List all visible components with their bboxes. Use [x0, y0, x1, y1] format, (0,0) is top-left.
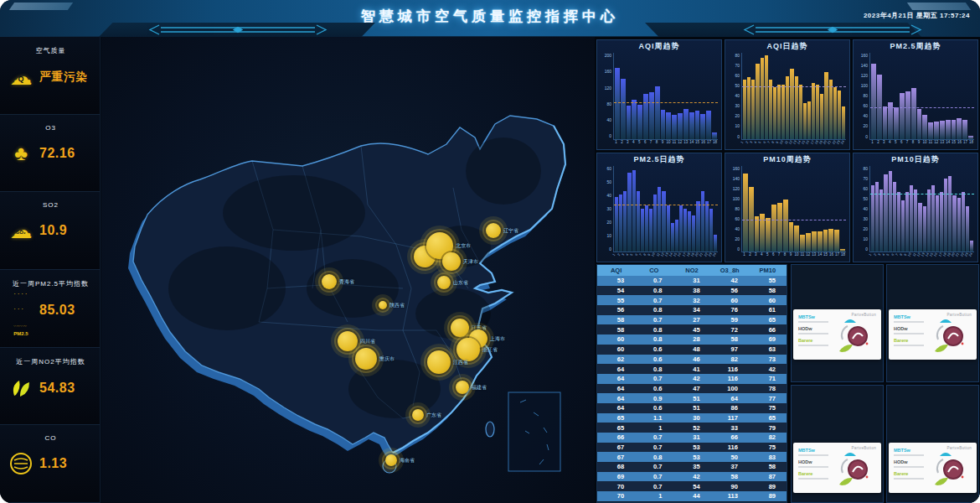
bar: [838, 91, 841, 139]
table-cell: 0.9: [635, 395, 673, 402]
bar: [766, 218, 771, 252]
bar: [773, 87, 776, 139]
map-bubble[interactable]: 天津市: [442, 252, 461, 271]
map-bubble[interactable]: 重庆市: [355, 348, 377, 370]
stat-label: 空气质量: [7, 46, 95, 55]
table-cell: 61: [749, 306, 787, 314]
cloud-so2-icon: ☁ SO₂: [7, 218, 35, 243]
widget-cell: PartveButtonMBTSwHODwBarere: [791, 385, 884, 503]
map-bubble[interactable]: 浙江省: [456, 338, 480, 361]
table-cell: 54: [673, 483, 710, 490]
chart-panel-pm25-week: PM2.5周趋势16014012010080604020012345678910…: [853, 39, 978, 150]
map-bubble-label: 广东省: [426, 412, 441, 419]
table-cell: 31: [673, 277, 710, 284]
bar: [917, 109, 922, 138]
card-metric-subtitle-bar: [894, 478, 924, 480]
bar: [683, 209, 687, 252]
leaf-icon: [935, 478, 948, 485]
table-cell: 58: [711, 473, 749, 480]
bar: [871, 64, 876, 139]
bar: [672, 115, 677, 138]
stat-card-pm25: 近一周PM2.5平均指数 ∙ ∙ ∙ ∙∙ ∙ ∙﹏﹏ PM2.5 85.03: [0, 270, 100, 348]
table-cell: 76: [711, 306, 749, 314]
card-metric-subtitle-bar: [798, 333, 828, 334]
table-cell: 77: [749, 395, 787, 402]
reference-line: [742, 220, 846, 220]
cloud-aqi-icon: ☁ Q: [7, 65, 35, 90]
bar: [812, 231, 817, 252]
bar: [897, 192, 900, 252]
map-bubble[interactable]: 山东省: [437, 276, 451, 289]
table-cell: 44: [673, 492, 710, 500]
bar: [623, 191, 627, 252]
bracket-ornament-right: [742, 24, 923, 35]
chart-title: PM10日趋势: [854, 153, 977, 165]
table-cell: 45: [673, 326, 710, 334]
table-cell: 71: [749, 375, 787, 382]
table-cell: 64: [597, 395, 635, 402]
stat-label: O3: [7, 124, 95, 132]
bracket-ornament-left: [147, 24, 328, 35]
leaf-icon: [839, 345, 853, 352]
table-row: 680.7353758: [597, 462, 787, 472]
bar: [812, 83, 815, 139]
map-bubble[interactable]: 福建省: [456, 381, 469, 394]
card-metric-subtitle-bar: [798, 454, 828, 456]
chart-title: PM2.5日趋势: [597, 153, 721, 165]
map-bubble[interactable]: 江西省: [427, 350, 451, 374]
map-bubble[interactable]: 江苏省: [451, 319, 469, 337]
bar: [946, 120, 951, 138]
bar: [771, 205, 776, 252]
map-bubble[interactable]: 海南省: [385, 454, 397, 466]
table-body: 530.7314255540.8385658550.7326060560.834…: [597, 276, 787, 501]
bar: [678, 113, 683, 139]
map-bubble[interactable]: 辽宁省: [486, 223, 501, 238]
x-axis: 123456789101112131415161718: [741, 252, 846, 261]
sidebar: 空气质量 ☁ Q 严重污染 O3 ♣ 72.16 SO2 ☁ SO₂: [0, 37, 101, 503]
weather-widget-card: PartveButtonMBTSwHODwBarere: [889, 443, 977, 493]
bar: [645, 205, 648, 252]
bar: [765, 55, 768, 139]
bar: [879, 189, 883, 252]
stat-value: 85.03: [39, 303, 75, 318]
table-cell: 60: [597, 335, 635, 343]
table-cell: 0.8: [635, 335, 673, 343]
table-cell: 68: [597, 463, 635, 470]
bar: [840, 249, 845, 252]
bar: [712, 132, 717, 139]
table-cell: 66: [597, 433, 635, 441]
table-row: 690.7425887: [597, 472, 787, 482]
bar: [789, 222, 794, 252]
card-metric-subtitle-bar: [894, 321, 924, 323]
table-cell: 64: [597, 375, 635, 382]
stat-card-no2: 近一周NO2平均指数 54.83: [0, 348, 100, 426]
table-cell: 65: [749, 414, 787, 422]
table-row: 640.9516477: [597, 393, 787, 403]
air-quality-table: AQICONO2O3_8hPM10 530.7314255540.8385658…: [596, 264, 787, 503]
table-cell: 65: [749, 316, 787, 324]
table-cell: 28: [673, 335, 710, 343]
table-cell: 47: [673, 385, 710, 392]
table-header-cell: NO2: [673, 265, 710, 276]
table-cell: 1: [635, 492, 673, 500]
bar: [910, 185, 913, 252]
table-cell: 65: [597, 424, 635, 432]
stat-card-so2: SO2 ☁ SO₂ 10.9: [0, 192, 100, 270]
table-cell: 50: [711, 454, 749, 461]
umbrella-icon: [940, 453, 952, 456]
bar: [818, 231, 823, 252]
table-header-row: AQICONO2O3_8hPM10: [597, 265, 787, 276]
map-bubble[interactable]: 四川省: [338, 331, 358, 351]
table-cell: 58: [711, 335, 749, 343]
card-metric-subtitle-bar: [894, 345, 924, 346]
bar: [828, 229, 833, 252]
table-cell: 0.7: [635, 433, 673, 441]
map-bubble[interactable]: 陕西省: [379, 301, 387, 309]
bar: [706, 111, 711, 138]
table-row: 651.13011765: [597, 413, 787, 423]
map-bubble[interactable]: 青海省: [322, 274, 337, 289]
table-cell: 27: [673, 316, 710, 324]
map-bubble[interactable]: 广东省: [412, 409, 424, 421]
table-cell: 0.7: [635, 277, 673, 284]
table-cell: 89: [749, 483, 787, 490]
